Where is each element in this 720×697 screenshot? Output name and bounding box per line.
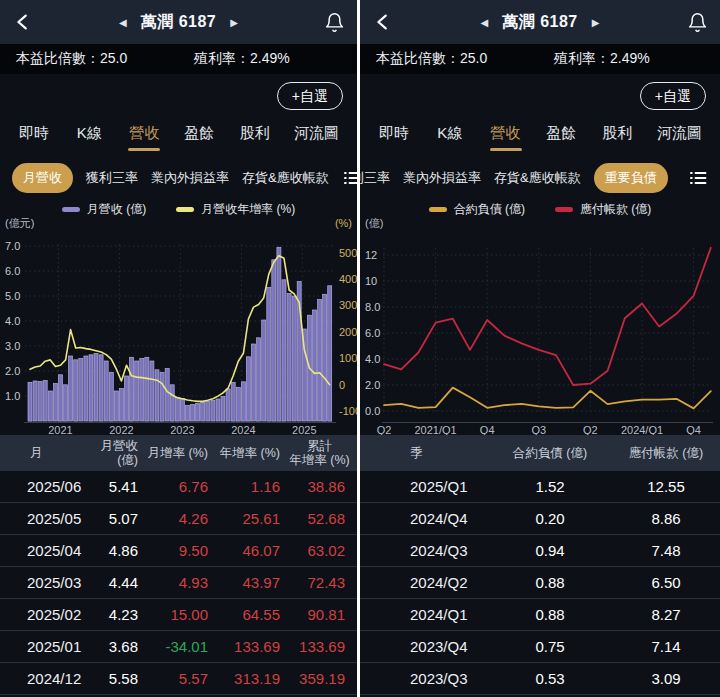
table-cell: 3.68 <box>78 638 144 655</box>
table-row[interactable]: 2023/Q30.533.09 <box>360 663 720 695</box>
bar-line-chart-svg: 202120222023202420257.06.05.04.03.02.01.… <box>0 198 357 435</box>
main-tab-5[interactable]: 河流圖 <box>657 124 702 151</box>
table-cell: 25.61 <box>214 510 286 527</box>
sub-tab-3[interactable]: 存貨&應收帳款 <box>242 169 329 187</box>
table-row[interactable]: 2025/055.074.2625.6152.68 <box>0 503 357 535</box>
main-tab-1[interactable]: K線 <box>434 124 466 151</box>
table-cell: 8.86 <box>615 510 717 527</box>
sub-tabs: 月營收獲利三率業內外損益率存貨&應收帳款 <box>0 157 357 198</box>
liabilities-chart: Q22021/Q1Q4Q3Q22024/Q1Q412108.06.04.02.0… <box>360 198 720 435</box>
back-button[interactable] <box>372 11 412 33</box>
tab-underline <box>300 148 332 151</box>
table-row[interactable]: 2024/Q30.947.48 <box>360 535 720 567</box>
sub-tab-2[interactable]: 業內外損益率 <box>151 169 229 187</box>
main-tabs: 即時K線營收盈餘股利河流圖 <box>0 120 357 157</box>
table-cell: 2025/05 <box>0 510 78 527</box>
table-row[interactable]: 2024/125.585.57313.19359.19 <box>0 663 357 695</box>
list-menu-icon[interactable] <box>688 168 708 188</box>
table-row[interactable]: 2025/024.2315.0064.5590.81 <box>0 599 357 631</box>
column-header: 月營收 (億) <box>78 439 144 468</box>
sub-tab-2[interactable]: 存貨&應收帳款 <box>494 169 581 187</box>
tab-underline <box>73 148 105 151</box>
table-row[interactable]: 2024/Q20.886.50 <box>360 567 720 599</box>
sub-tab-3[interactable]: 重要負債 <box>594 163 668 193</box>
main-tab-3[interactable]: 盈餘 <box>545 124 577 151</box>
table-cell: 8.27 <box>615 606 717 623</box>
svg-text:2024/Q1: 2024/Q1 <box>621 424 663 435</box>
monthly-revenue-chart: 202120222023202420257.06.05.04.03.02.01.… <box>0 198 357 435</box>
legend-swatch <box>429 207 447 212</box>
table-cell: 2024/Q4 <box>360 510 485 527</box>
column-header: 累計 年增率 (%) <box>286 439 357 468</box>
main-tab-2[interactable]: 營收 <box>128 124 160 151</box>
notification-bell-button[interactable] <box>305 12 345 33</box>
svg-text:2021/Q1: 2021/Q1 <box>414 424 456 435</box>
table-cell: 2025/04 <box>0 542 78 559</box>
table-row[interactable]: 2023/Q40.757.14 <box>360 631 720 663</box>
sub-tab-1[interactable]: 業內外損益率 <box>403 169 481 187</box>
table-cell: 2025/Q1 <box>360 478 485 495</box>
table-row[interactable]: 2025/013.68-34.01133.69133.69 <box>0 631 357 663</box>
back-button[interactable] <box>12 11 52 33</box>
table-cell: 9.50 <box>144 542 214 559</box>
sub-tab-list: 月營收獲利三率業內外損益率存貨&應收帳款 <box>12 163 329 193</box>
sub-tab-0[interactable]: 月營收 <box>12 163 73 193</box>
table-cell: 2025/01 <box>0 638 78 655</box>
tab-underline <box>18 148 50 151</box>
main-tab-5[interactable]: 河流圖 <box>294 124 339 151</box>
column-header: 合約負債 (億) <box>485 446 615 460</box>
main-tab-3[interactable]: 盈餘 <box>184 124 216 151</box>
table-row[interactable]: 2025/034.444.9343.9772.43 <box>0 567 357 599</box>
main-tab-1[interactable]: K線 <box>73 124 105 151</box>
legend-item: 月營收 (億) <box>62 201 146 218</box>
main-tabs: 即時K線營收盈餘股利河流圖 <box>360 120 720 157</box>
table-cell: 4.86 <box>78 542 144 559</box>
back-chevron-icon <box>372 11 394 33</box>
column-header: 年增率 (%) <box>214 446 286 460</box>
svg-text:Q3: Q3 <box>531 424 546 435</box>
next-stock-button[interactable]: ▶ <box>592 17 600 28</box>
sub-tab-0[interactable]: 獲利三率 <box>360 169 390 187</box>
table-cell: 6.76 <box>144 478 214 495</box>
prev-stock-button[interactable]: ◀ <box>481 17 489 28</box>
list-menu-icon[interactable] <box>342 168 357 188</box>
svg-text:1.0: 1.0 <box>5 390 20 402</box>
svg-text:(%): (%) <box>335 217 352 229</box>
svg-text:4.0: 4.0 <box>365 353 380 365</box>
add-watchlist-button[interactable]: +自選 <box>640 82 706 110</box>
table-row[interactable]: 2025/065.416.761.1638.86 <box>0 471 357 503</box>
main-tab-4[interactable]: 股利 <box>601 124 633 151</box>
add-watchlist-button[interactable]: +自選 <box>277 82 343 110</box>
main-tab-4[interactable]: 股利 <box>239 124 271 151</box>
notification-bell-button[interactable] <box>668 12 708 33</box>
pe-ratio-value: 本益比倍數：25.0 <box>376 50 544 68</box>
sub-tab-1[interactable]: 獲利三率 <box>86 169 138 187</box>
table-cell: 5.41 <box>78 478 144 495</box>
main-tab-0[interactable]: 即時 <box>18 124 50 151</box>
svg-text:10: 10 <box>365 275 377 287</box>
table-row[interactable]: 2024/Q10.888.27 <box>360 599 720 631</box>
svg-text:12: 12 <box>365 249 377 261</box>
main-tab-2[interactable]: 營收 <box>490 124 522 151</box>
next-stock-button[interactable]: ▶ <box>230 17 238 28</box>
dividend-yield-value: 殖利率：2.49% <box>194 50 290 68</box>
table-cell: 52.68 <box>286 510 357 527</box>
table-cell: 63.02 <box>286 542 357 559</box>
svg-text:2.0: 2.0 <box>365 379 380 391</box>
table-cell: 4.93 <box>144 574 214 591</box>
prev-stock-button[interactable]: ◀ <box>119 17 127 28</box>
sub-tabs: 獲利三率業內外損益率存貨&應收帳款重要負債 <box>360 157 720 198</box>
main-tab-0[interactable]: 即時 <box>378 124 410 151</box>
table-cell: 64.55 <box>214 606 286 623</box>
table-cell: 0.94 <box>485 542 615 559</box>
legend-label: 合約負債 (億) <box>454 201 525 218</box>
tab-underline <box>601 148 633 151</box>
table-cell: 0.88 <box>485 606 615 623</box>
svg-text:7.0: 7.0 <box>5 240 20 252</box>
table-row[interactable]: 2025/Q11.5212.55 <box>360 471 720 503</box>
table-cell: 133.69 <box>286 638 357 655</box>
table-row[interactable]: 2025/044.869.5046.0763.02 <box>0 535 357 567</box>
tab-underline <box>663 148 695 151</box>
table-row[interactable]: 2024/Q40.208.86 <box>360 503 720 535</box>
table-cell: 38.86 <box>286 478 357 495</box>
